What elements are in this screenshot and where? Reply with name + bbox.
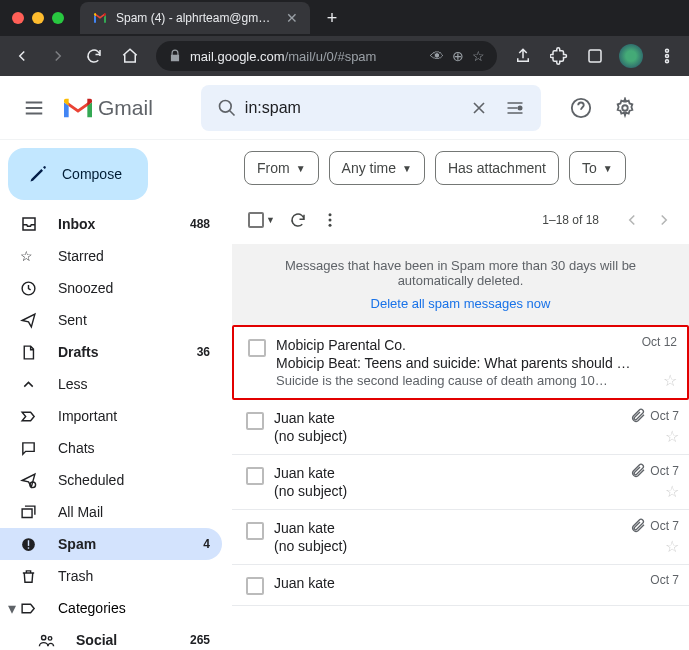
mail-row[interactable]: Juan kate (no subject) Oct 7 ☆ [232,400,689,455]
minimize-window-button[interactable] [32,12,44,24]
svg-point-1 [666,49,669,52]
mail-checkbox[interactable] [246,522,264,540]
browser-titlebar: Spam (4) - alphrteam@gmail.c ✕ + [0,0,689,36]
attachment-icon [630,463,646,479]
mail-checkbox[interactable] [246,577,264,595]
star-icon[interactable]: ☆ [665,537,679,556]
search-icon[interactable] [209,98,245,118]
search-options-icon[interactable] [497,98,533,118]
mail-row[interactable]: Mobicip Parental Co. Mobicip Beat: Teens… [232,325,689,400]
compose-button[interactable]: Compose [8,148,148,200]
mail-sender: Juan kate [274,575,675,591]
mail-list: Mobicip Parental Co. Mobicip Beat: Teens… [232,325,689,650]
settings-button[interactable] [605,88,645,128]
search-bar[interactable] [201,85,541,131]
nav-drafts[interactable]: Drafts 36 [0,336,222,368]
nav-less[interactable]: Less [0,368,222,400]
mail-row[interactable]: Juan kate (no subject) Oct 7 ☆ [232,455,689,510]
nav-categories[interactable]: ▾ Categories [0,592,232,624]
svg-point-2 [666,55,669,58]
svg-point-5 [518,106,521,109]
window-controls [12,12,64,24]
attachment-icon [630,518,646,534]
chevron-down-icon: ▼ [266,215,275,225]
mail-checkbox[interactable] [248,339,266,357]
categories-icon [20,600,42,617]
translate-icon[interactable]: ⊕ [452,48,464,64]
next-page-button[interactable] [655,211,673,229]
caret-down-icon[interactable]: ▾ [4,599,20,618]
nav-chats[interactable]: Chats [0,432,222,464]
svg-point-14 [48,636,52,640]
url-bar[interactable]: mail.google.com/mail/u/0/#spam 👁 ⊕ ☆ [156,41,497,71]
main-menu-button[interactable] [12,86,56,130]
select-all[interactable]: ▼ [248,212,275,228]
mail-subject: Mobicip Beat: Teens and suicide: What pa… [276,355,673,371]
reload-button[interactable] [78,40,110,72]
tab-overview-button[interactable] [579,40,611,72]
browser-tab[interactable]: Spam (4) - alphrteam@gmail.c ✕ [80,2,310,34]
url-host: mail.google.com/mail/u/0/#spam [190,49,376,64]
prev-page-button[interactable] [623,211,641,229]
forward-button[interactable] [42,40,74,72]
nav-scheduled[interactable]: Scheduled [0,464,222,496]
close-tab-icon[interactable]: ✕ [286,10,298,26]
home-button[interactable] [114,40,146,72]
mail-subject: (no subject) [274,483,675,499]
new-tab-button[interactable]: + [318,4,346,32]
mail-checkbox[interactable] [246,467,264,485]
gmail-logo-text: Gmail [98,96,153,120]
mail-sender: Juan kate [274,520,675,536]
mail-toolbar: ▼ 1–18 of 18 [232,196,689,244]
pencil-icon [28,164,48,184]
browser-toolbar: mail.google.com/mail/u/0/#spam 👁 ⊕ ☆ [0,36,689,76]
nav-inbox[interactable]: Inbox 488 [0,208,222,240]
nav-starred[interactable]: ☆ Starred [0,240,222,272]
more-button[interactable] [321,211,339,229]
important-icon [20,408,42,425]
filter-anytime[interactable]: Any time▼ [329,151,425,185]
bookmark-icon[interactable]: ☆ [472,48,485,64]
nav-social[interactable]: Social 265 [0,624,222,650]
refresh-button[interactable] [289,211,307,229]
filter-to[interactable]: To▼ [569,151,626,185]
svg-point-13 [42,635,46,639]
nav-snoozed[interactable]: Snoozed [0,272,222,304]
mail-row[interactable]: Juan kate (no subject) Oct 7 ☆ [232,510,689,565]
clear-search-icon[interactable] [461,98,497,118]
lock-icon [168,49,182,63]
nav-allmail[interactable]: All Mail [0,496,222,528]
profile-button[interactable] [615,40,647,72]
support-button[interactable] [561,88,601,128]
nav-sent[interactable]: Sent [0,304,222,336]
star-icon[interactable]: ☆ [665,427,679,446]
nav-trash[interactable]: Trash [0,560,222,592]
gmail-logo-icon [64,97,92,119]
trash-icon [20,568,42,585]
star-icon[interactable]: ☆ [663,371,677,390]
mail-row[interactable]: Juan kate Oct 7 [232,565,689,606]
send-icon [20,312,42,329]
maximize-window-button[interactable] [52,12,64,24]
eye-icon[interactable]: 👁 [430,48,444,64]
gmail-logo[interactable]: Gmail [64,96,153,120]
svg-rect-0 [589,50,601,62]
filter-from[interactable]: From▼ [244,151,319,185]
chevron-down-icon: ▼ [296,163,306,174]
svg-point-17 [328,213,331,216]
filter-attachment[interactable]: Has attachment [435,151,559,185]
mail-checkbox[interactable] [246,412,264,430]
delete-all-spam-link[interactable]: Delete all spam messages now [252,296,669,311]
extensions-button[interactable] [543,40,575,72]
star-icon: ☆ [20,248,42,264]
share-button[interactable] [507,40,539,72]
nav-important[interactable]: Important [0,400,222,432]
back-button[interactable] [6,40,38,72]
search-input[interactable] [245,99,461,117]
close-window-button[interactable] [12,12,24,24]
svg-point-4 [219,100,231,112]
browser-menu-button[interactable] [651,40,683,72]
star-icon[interactable]: ☆ [665,482,679,501]
nav-spam[interactable]: Spam 4 [0,528,222,560]
chevron-up-icon [20,376,42,393]
